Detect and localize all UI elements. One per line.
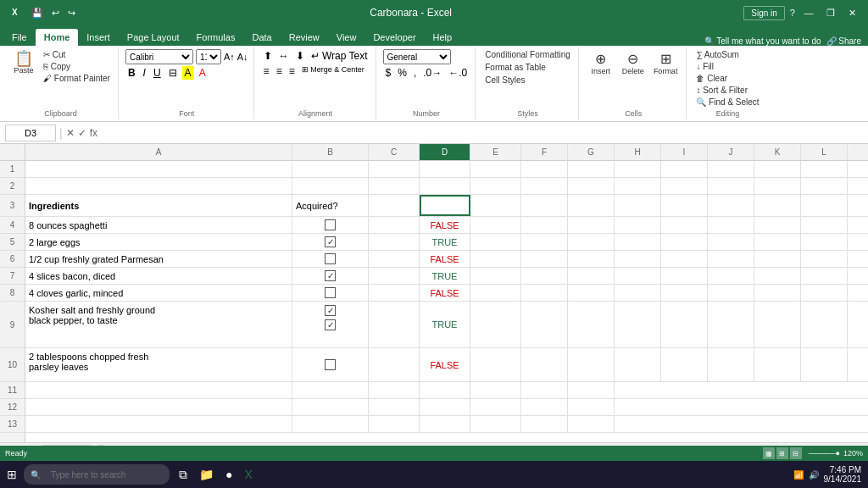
cell-c2[interactable] xyxy=(369,178,420,194)
cell-j9[interactable] xyxy=(708,302,754,347)
excel-logo[interactable]: X xyxy=(7,5,25,20)
col-header-g[interactable]: G xyxy=(568,144,615,160)
align-top-btn[interactable]: ⬆ xyxy=(261,49,275,63)
taskbar-file-explorer-btn[interactable]: 📁 xyxy=(197,468,216,481)
cell-b9[interactable]: ✓ ✓ xyxy=(292,302,369,347)
cell-f1[interactable] xyxy=(521,161,568,177)
cell-d9[interactable]: TRUE xyxy=(420,302,470,347)
insert-button[interactable]: ⊕ Insert xyxy=(586,49,616,77)
clear-button[interactable]: 🗑 Clear xyxy=(693,73,730,84)
col-header-i[interactable]: I xyxy=(661,144,708,160)
cell-a12[interactable] xyxy=(25,399,292,415)
cell-k4[interactable] xyxy=(754,217,801,233)
share-btn[interactable]: 🔗 Share xyxy=(826,36,861,46)
cell-a6[interactable]: 1/2 cup freshly grated Parmesan xyxy=(25,251,292,267)
formula-input[interactable] xyxy=(101,125,863,141)
cell-e12[interactable] xyxy=(470,399,521,415)
cell-d4[interactable]: FALSE xyxy=(420,217,470,233)
cell-k2[interactable] xyxy=(754,178,801,194)
close-button[interactable]: ✕ xyxy=(844,4,861,21)
tab-view[interactable]: View xyxy=(328,29,365,46)
tab-home[interactable]: Home xyxy=(36,29,79,46)
cell-e8[interactable] xyxy=(470,285,521,301)
cell-k9[interactable] xyxy=(754,302,801,347)
cell-l8[interactable] xyxy=(801,285,848,301)
cell-b1[interactable] xyxy=(292,161,369,177)
tab-help[interactable]: Help xyxy=(425,29,461,46)
comma-btn[interactable]: , xyxy=(411,66,419,80)
cell-l10[interactable] xyxy=(801,348,848,381)
cell-d7[interactable]: TRUE xyxy=(420,268,470,284)
col-header-b[interactable]: B xyxy=(292,144,369,160)
cell-g1[interactable] xyxy=(568,161,615,177)
cell-b6[interactable] xyxy=(292,251,369,267)
cell-d8[interactable]: FALSE xyxy=(420,285,470,301)
cell-k8[interactable] xyxy=(754,285,801,301)
cut-button[interactable]: ✂ Cut xyxy=(41,49,113,60)
checkbox-b5[interactable]: ✓ xyxy=(325,236,336,247)
cell-h1[interactable] xyxy=(615,161,661,177)
cell-g2[interactable] xyxy=(568,178,615,194)
checkbox-b7[interactable]: ✓ xyxy=(325,270,336,281)
align-right-btn[interactable]: ≡ xyxy=(287,64,298,78)
align-center-btn[interactable]: ≡ xyxy=(274,64,285,78)
col-header-k[interactable]: K xyxy=(754,144,801,160)
col-header-h[interactable]: H xyxy=(615,144,661,160)
cell-h2[interactable] xyxy=(615,178,661,194)
cell-k6[interactable] xyxy=(754,251,801,267)
cell-a10[interactable]: 2 tablespoons chopped freshparsley leave… xyxy=(25,348,292,381)
cell-h9[interactable] xyxy=(615,302,661,347)
checkbox-b10[interactable] xyxy=(325,359,336,370)
cell-c4[interactable] xyxy=(369,217,420,233)
tab-review[interactable]: Review xyxy=(281,29,328,46)
cell-h10[interactable] xyxy=(615,348,661,381)
cell-e13[interactable] xyxy=(470,416,521,432)
cell-reference-box[interactable] xyxy=(5,125,56,141)
cell-f12[interactable] xyxy=(521,399,568,415)
checkbox-b6[interactable] xyxy=(325,253,336,264)
cell-i10[interactable] xyxy=(661,348,708,381)
cell-l3[interactable] xyxy=(801,195,848,216)
cell-a4[interactable]: 8 ounces spaghetti xyxy=(25,217,292,233)
page-layout-view-btn[interactable]: ⊞ xyxy=(776,447,788,459)
cell-a2[interactable] xyxy=(25,178,292,194)
cell-k1[interactable] xyxy=(754,161,801,177)
checkbox-b9-bottom[interactable]: ✓ xyxy=(325,319,336,330)
cell-j4[interactable] xyxy=(708,217,754,233)
format-as-table-btn[interactable]: Format as Table xyxy=(482,62,548,73)
cell-d6[interactable]: FALSE xyxy=(420,251,470,267)
cell-g12[interactable] xyxy=(568,399,615,415)
cell-i9[interactable] xyxy=(661,302,708,347)
font-decrease-btn[interactable]: A↓ xyxy=(237,52,248,62)
cell-b2[interactable] xyxy=(292,178,369,194)
cell-d11[interactable] xyxy=(420,382,470,398)
cell-e7[interactable] xyxy=(470,268,521,284)
taskbar-search-input[interactable] xyxy=(44,466,163,483)
cell-e11[interactable] xyxy=(470,382,521,398)
cell-f7[interactable] xyxy=(521,268,568,284)
cell-b10[interactable] xyxy=(292,348,369,381)
cell-c10[interactable] xyxy=(369,348,420,381)
cell-b3-acquired[interactable]: Acquired? xyxy=(292,195,369,216)
cell-i6[interactable] xyxy=(661,251,708,267)
cell-f8[interactable] xyxy=(521,285,568,301)
cell-a1[interactable] xyxy=(25,161,292,177)
cell-d3[interactable] xyxy=(420,195,470,216)
sign-in-button[interactable]: Sign in xyxy=(743,6,785,20)
taskbar-excel-btn[interactable]: X xyxy=(242,468,254,481)
minimize-button[interactable]: — xyxy=(800,4,817,21)
normal-view-btn[interactable]: ▦ xyxy=(763,447,775,459)
cell-e9[interactable] xyxy=(470,302,521,347)
cell-c8[interactable] xyxy=(369,285,420,301)
cell-g8[interactable] xyxy=(568,285,615,301)
format-button[interactable]: ⊞ Format xyxy=(650,49,682,77)
col-header-e[interactable]: E xyxy=(470,144,521,160)
font-size-select[interactable]: 11 xyxy=(196,49,221,64)
cell-b11[interactable] xyxy=(292,382,369,398)
cell-j8[interactable] xyxy=(708,285,754,301)
cell-e1[interactable] xyxy=(470,161,521,177)
align-left-btn[interactable]: ≡ xyxy=(261,64,272,78)
tab-page-layout[interactable]: Page Layout xyxy=(119,29,188,46)
format-painter-button[interactable]: 🖌 Format Painter xyxy=(41,73,113,84)
zoom-slider[interactable]: ─────● xyxy=(809,449,840,458)
